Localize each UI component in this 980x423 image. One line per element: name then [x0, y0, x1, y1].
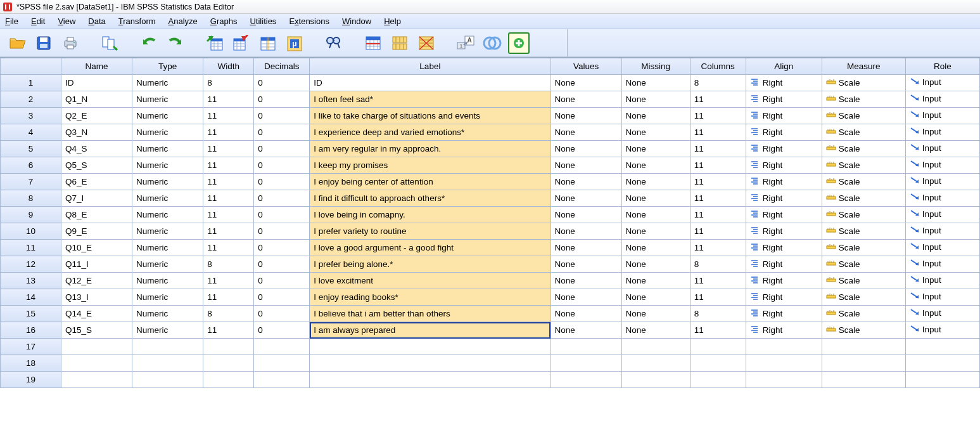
cell-name[interactable]: Q9_E [61, 223, 132, 240]
corner-cell[interactable] [1, 58, 61, 75]
cell-columns[interactable]: 8 [690, 256, 746, 273]
cell-decimals[interactable]: 0 [254, 240, 310, 256]
col-columns[interactable]: Columns [690, 58, 746, 75]
cell-type[interactable]: Numeric [132, 75, 203, 91]
col-width[interactable]: Width [203, 58, 254, 75]
cell-columns[interactable]: 11 [690, 207, 746, 223]
cell-role[interactable]: Input [905, 306, 979, 322]
cell-columns[interactable]: 11 [690, 289, 746, 306]
cell-measure[interactable]: Scale [822, 256, 905, 273]
cell-role[interactable]: Input [905, 91, 979, 108]
cell-decimals[interactable]: 0 [254, 306, 310, 322]
cell-align[interactable]: Right [746, 157, 822, 174]
cell-name[interactable]: Q14_E [61, 306, 132, 322]
cell-measure[interactable]: Scale [822, 75, 905, 91]
col-values[interactable]: Values [550, 58, 621, 75]
cell-width[interactable]: 8 [203, 256, 254, 273]
cell-align[interactable]: Right [746, 91, 822, 108]
cell-measure[interactable]: Scale [822, 124, 905, 141]
cell-missing[interactable]: None [621, 174, 690, 190]
cell-missing[interactable]: None [621, 273, 690, 289]
cell-type[interactable]: Numeric [132, 124, 203, 141]
cell-columns[interactable]: 11 [690, 124, 746, 141]
cell-align[interactable]: Right [746, 273, 822, 289]
show-all-variables-button[interactable] [508, 32, 530, 54]
cell-role[interactable]: Input [905, 190, 979, 207]
table-row[interactable]: 6Q5_SNumeric110I keep my promisesNoneNon… [1, 157, 980, 174]
row-header[interactable]: 6 [1, 157, 61, 174]
table-row[interactable]: 8Q7_INumeric110I find it difficult to ap… [1, 190, 980, 207]
col-align[interactable]: Align [746, 58, 822, 75]
table-row[interactable]: 12Q11_INumeric80I prefer being alone.*No… [1, 256, 980, 273]
cell-align[interactable]: Right [746, 207, 822, 223]
cell-missing[interactable]: None [621, 207, 690, 223]
cell-missing[interactable]: None [621, 223, 690, 240]
cell-label[interactable]: I enjoy being center of attention [310, 174, 550, 190]
row-header[interactable]: 10 [1, 223, 61, 240]
row-header[interactable]: 11 [1, 240, 61, 256]
cell-type[interactable]: Numeric [132, 91, 203, 108]
cell-name[interactable]: Q4_S [61, 141, 132, 157]
table-row[interactable]: 5Q4_SNumeric110I am very regular in my a… [1, 141, 980, 157]
cell-measure[interactable]: Scale [822, 240, 905, 256]
cell-name[interactable]: Q6_E [61, 174, 132, 190]
cell-decimals[interactable]: 0 [254, 207, 310, 223]
cell-columns[interactable]: 11 [690, 322, 746, 339]
cell-name[interactable]: Q7_I [61, 190, 132, 207]
select-cases-button[interactable] [416, 32, 437, 54]
cell-values[interactable]: None [550, 256, 621, 273]
menu-window[interactable]: Window [342, 16, 371, 26]
cell-columns[interactable]: 11 [690, 157, 746, 174]
cell-columns[interactable]: 11 [690, 273, 746, 289]
menu-file[interactable]: File [5, 16, 18, 26]
cell-measure[interactable]: Scale [822, 190, 905, 207]
table-row[interactable]: 4Q3_NNumeric110I experience deep and var… [1, 124, 980, 141]
cell-measure[interactable]: Scale [822, 223, 905, 240]
variable-table[interactable]: Name Type Width Decimals Label Values Mi… [0, 58, 980, 388]
cell-align[interactable]: Right [746, 289, 822, 306]
col-missing[interactable]: Missing [621, 58, 690, 75]
cell-align[interactable]: Right [746, 306, 822, 322]
cell-width[interactable]: 8 [203, 75, 254, 91]
cell-measure[interactable]: Scale [822, 289, 905, 306]
cell-missing[interactable]: None [621, 157, 690, 174]
cell-decimals[interactable]: 0 [254, 256, 310, 273]
table-row[interactable]: 9Q8_ENumeric110I love being in comapny.N… [1, 207, 980, 223]
row-header[interactable]: 13 [1, 273, 61, 289]
cell-measure[interactable]: Scale [822, 306, 905, 322]
undo-button[interactable] [138, 32, 160, 54]
recall-dialog-button[interactable] [99, 32, 120, 54]
cell-missing[interactable]: None [621, 141, 690, 157]
cell-width[interactable]: 11 [203, 108, 254, 124]
run-descriptives-button[interactable]: μ [284, 32, 305, 54]
cell-label[interactable]: I believe that i am better than others [310, 306, 550, 322]
cell-values[interactable]: None [550, 322, 621, 339]
use-sets-button[interactable] [481, 32, 503, 54]
cell-missing[interactable]: None [621, 91, 690, 108]
cell-columns[interactable]: 11 [690, 108, 746, 124]
col-name[interactable]: Name [61, 58, 132, 75]
row-header[interactable]: 18 [1, 355, 61, 372]
cell-label[interactable]: I prefer being alone.* [310, 256, 550, 273]
cell-role[interactable]: Input [905, 124, 979, 141]
cell-columns[interactable]: 11 [690, 141, 746, 157]
cell-align[interactable]: Right [746, 223, 822, 240]
table-row[interactable]: 16Q15_SNumeric110I am always preparedNon… [1, 322, 980, 339]
table-row[interactable]: 1IDNumeric80IDNoneNone8RightScaleInput [1, 75, 980, 91]
cell-measure[interactable]: Scale [822, 207, 905, 223]
cell-decimals[interactable]: 0 [254, 108, 310, 124]
cell-measure[interactable]: Scale [822, 141, 905, 157]
cell-width[interactable]: 11 [203, 157, 254, 174]
cell-type[interactable]: Numeric [132, 190, 203, 207]
cell-label[interactable]: I prefer variety to routine [310, 223, 550, 240]
cell-missing[interactable]: None [621, 306, 690, 322]
cell-type[interactable]: Numeric [132, 141, 203, 157]
cell-label[interactable]: I find it difficult to approach others* [310, 190, 550, 207]
cell-role[interactable]: Input [905, 240, 979, 256]
menu-analyze[interactable]: Analyze [169, 16, 198, 26]
cell-measure[interactable]: Scale [822, 273, 905, 289]
cell-columns[interactable]: 11 [690, 240, 746, 256]
row-header[interactable]: 19 [1, 372, 61, 388]
table-row[interactable]: 2Q1_NNumeric110I often feel sad*NoneNone… [1, 91, 980, 108]
cell-values[interactable]: None [550, 240, 621, 256]
